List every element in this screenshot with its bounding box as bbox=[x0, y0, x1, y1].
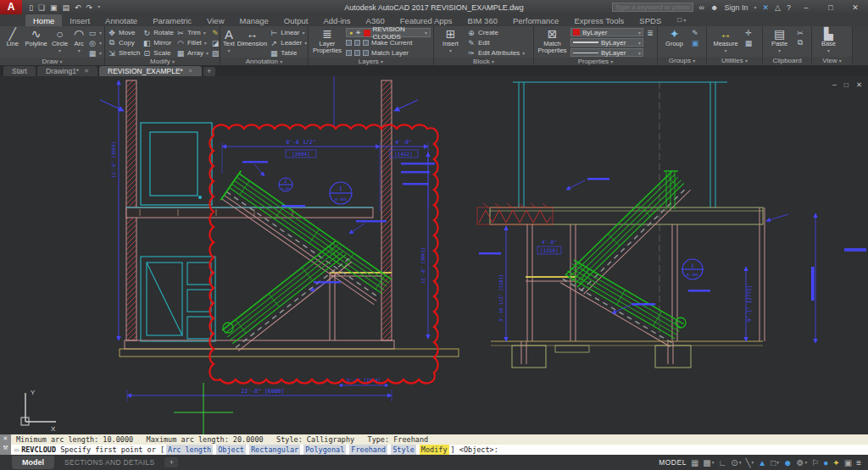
sign-in-chevron-icon[interactable]: ▾ bbox=[754, 4, 757, 10]
save-icon[interactable]: ▣ bbox=[50, 3, 58, 12]
paste-button[interactable]: ▤Paste▾ bbox=[765, 28, 793, 54]
rotate-button[interactable]: ↻Rotate bbox=[142, 28, 174, 37]
autocad-logo-icon[interactable]: A bbox=[0, 0, 22, 14]
command-line-grip[interactable]: ✕ ⚒ bbox=[0, 434, 11, 455]
table-button[interactable]: ▦Table bbox=[270, 48, 307, 58]
customization-menu-icon[interactable]: ≡ bbox=[856, 458, 861, 467]
graphics-performance-icon[interactable]: ● bbox=[823, 458, 828, 467]
hatch-edit-button[interactable]: ▨ bbox=[211, 48, 220, 58]
viewport-close-icon[interactable]: ✕ bbox=[856, 80, 862, 89]
tab-parametric[interactable]: Parametric bbox=[145, 14, 199, 26]
layer-dropdown[interactable]: ● ☀ REVISION CLOUDS ▾ bbox=[346, 28, 431, 37]
line-button[interactable]: ╱Line bbox=[3, 28, 23, 47]
group-edit-button[interactable]: ✎ bbox=[691, 28, 699, 37]
match-properties-button[interactable]: ⊠Match Properties bbox=[537, 28, 568, 54]
trim-button[interactable]: ✂Trim▾ bbox=[176, 28, 209, 37]
quick-calc-button[interactable]: ▦ bbox=[744, 38, 753, 47]
model-space-indicator[interactable]: MODEL bbox=[659, 458, 687, 467]
hatch-flyout[interactable]: ▦▾ bbox=[88, 48, 102, 58]
polyline-button[interactable]: ∿Polyline bbox=[25, 28, 47, 47]
option-style[interactable]: Style bbox=[391, 445, 416, 455]
annotation-monitor-icon[interactable]: ☻ bbox=[783, 458, 793, 467]
snap-toggle-icon[interactable]: ▩▾ bbox=[703, 458, 714, 467]
customize-command-icon[interactable]: ⚒ bbox=[3, 445, 8, 451]
linetype-dropdown[interactable]: ByLayer▾ bbox=[570, 48, 643, 57]
rectangle-flyout[interactable]: ▭▾ bbox=[88, 28, 102, 37]
open-icon[interactable]: ❏ bbox=[38, 3, 45, 12]
isometric-drafting-icon[interactable]: ╲▾ bbox=[746, 458, 754, 467]
annotation-visibility-icon[interactable]: ⚐ bbox=[811, 458, 819, 467]
file-tab-drawing1[interactable]: Drawing1*✕ bbox=[37, 66, 97, 76]
copy-button[interactable]: ⧉Copy bbox=[108, 38, 140, 47]
edit-block-button[interactable]: ✎Edit bbox=[467, 38, 525, 47]
option-modify[interactable]: Modify bbox=[420, 445, 449, 455]
ribbon-display-toggle-icon[interactable]: □ ▾ bbox=[677, 14, 686, 26]
restore-button[interactable]: □ bbox=[821, 3, 840, 12]
panel-label-clipboard[interactable]: Clipboard bbox=[763, 57, 811, 65]
cut-button[interactable]: ✂ bbox=[796, 28, 804, 37]
redo-icon[interactable]: ↷ bbox=[86, 3, 93, 12]
point-style-button[interactable]: ✛ bbox=[744, 28, 753, 37]
sign-in-link[interactable]: Sign In bbox=[724, 3, 748, 12]
array-button[interactable]: ▦Array▾ bbox=[176, 48, 209, 58]
close-tab-icon[interactable]: ✕ bbox=[188, 66, 193, 76]
text-button[interactable]: AText▾ bbox=[223, 28, 235, 54]
leader-button[interactable]: ↗Leader▾ bbox=[270, 38, 307, 47]
workspace-switching-icon[interactable]: ⚙▾ bbox=[797, 458, 808, 467]
ortho-toggle-icon[interactable]: ∟ bbox=[719, 458, 727, 467]
tab-spds[interactable]: SPDS bbox=[632, 14, 669, 26]
tab-bim360[interactable]: BIM 360 bbox=[460, 14, 505, 26]
viewport-restore-icon[interactable]: □ bbox=[844, 80, 849, 89]
viewport-minimize-icon[interactable]: – bbox=[832, 80, 837, 89]
clean-screen-icon[interactable]: ▣ bbox=[844, 458, 852, 467]
color-dropdown[interactable]: ByLayer▾ bbox=[570, 28, 643, 36]
tab-addins[interactable]: Add-ins bbox=[315, 14, 358, 26]
undo-icon[interactable]: ↶ bbox=[75, 3, 81, 12]
group-button[interactable]: ✦Group bbox=[660, 28, 688, 47]
edit-attributes-button[interactable]: ✑Edit Attributes▾ bbox=[467, 48, 525, 58]
tab-insert[interactable]: Insert bbox=[62, 14, 97, 26]
stretch-button[interactable]: ⇲Stretch bbox=[108, 48, 140, 58]
tab-output[interactable]: Output bbox=[276, 14, 316, 26]
option-rectangular[interactable]: Rectangular bbox=[249, 445, 300, 455]
object-snap-icon[interactable]: ▲ bbox=[758, 458, 766, 467]
panel-label-view[interactable]: View ▾ bbox=[812, 57, 852, 65]
help-icon[interactable]: ? bbox=[787, 3, 791, 12]
panel-label-utilities[interactable]: Utilities ▾ bbox=[707, 57, 762, 65]
scale-button[interactable]: ⊡Scale bbox=[142, 48, 174, 58]
drawing-canvas[interactable]: 8'-6 1/2" [2604] 4'-8" [1422] 11'-6" [35… bbox=[0, 76, 868, 434]
circle-button[interactable]: ○Circle▾ bbox=[50, 28, 70, 54]
grid-toggle-icon[interactable]: ▦ bbox=[691, 458, 698, 467]
mirror-button[interactable]: ◧Mirror bbox=[142, 38, 174, 47]
plot-icon[interactable]: ▤ bbox=[63, 3, 70, 12]
base-button[interactable]: ▙Base▾ bbox=[815, 28, 843, 54]
move-button[interactable]: ✥Move bbox=[108, 28, 140, 37]
tab-annotate[interactable]: Annotate bbox=[97, 14, 145, 26]
qat-customize-icon[interactable]: ▾ bbox=[97, 3, 100, 12]
arc-button[interactable]: ◠Arc▾ bbox=[72, 28, 86, 54]
close-button[interactable]: ✕ bbox=[846, 3, 865, 12]
tab-home[interactable]: Home bbox=[25, 14, 62, 26]
panel-label-groups[interactable]: Groups ▾ bbox=[658, 57, 706, 65]
option-object[interactable]: Object bbox=[216, 445, 246, 455]
model-tab[interactable]: Model bbox=[12, 456, 54, 469]
a360-icon[interactable]: △ bbox=[775, 3, 781, 12]
properties-palette-button[interactable]: ≣ bbox=[646, 28, 654, 37]
tab-manage[interactable]: Manage bbox=[232, 14, 276, 26]
search-input[interactable] bbox=[612, 3, 693, 12]
drawing-viewport[interactable]: 8'-6 1/2" [2604] 4'-8" [1422] 11'-6" [35… bbox=[0, 76, 868, 434]
insert-button[interactable]: ⊞Insert▾ bbox=[437, 28, 465, 54]
isolate-objects-icon[interactable]: ✦ bbox=[832, 458, 839, 467]
explode-button[interactable]: ◪ bbox=[211, 38, 220, 47]
ellipse-flyout[interactable]: ◎▾ bbox=[88, 38, 102, 47]
search-icon[interactable]: ∞ bbox=[699, 3, 704, 12]
lineweight-dropdown[interactable]: ByLayer▾ bbox=[570, 38, 643, 47]
create-block-button[interactable]: ⊕Create bbox=[467, 28, 525, 37]
file-tab-revision-example[interactable]: REVISION_EXAMPLE*✕ bbox=[99, 66, 202, 76]
measure-button[interactable]: ↔Measure▾ bbox=[709, 28, 742, 54]
tab-performance[interactable]: Performance bbox=[505, 14, 566, 26]
tab-view[interactable]: View bbox=[199, 14, 231, 26]
new-icon[interactable]: ▯ bbox=[29, 3, 33, 12]
layer-properties-button[interactable]: ≣Layer Properties bbox=[311, 28, 343, 54]
option-freehand[interactable]: Freehand bbox=[349, 445, 387, 455]
